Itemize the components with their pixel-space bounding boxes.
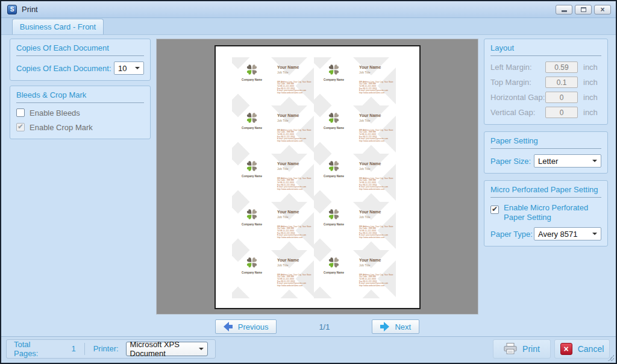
divider (16, 55, 144, 56)
resize-grip[interactable] (608, 355, 614, 361)
chevron-down-icon (135, 67, 140, 69)
clover-logo-icon (245, 111, 258, 125)
diamond-decoration (341, 290, 395, 298)
paper-type-value: Avery 8571 (538, 230, 578, 239)
top-margin-label: Top Margin: (490, 78, 545, 87)
divider (490, 55, 601, 56)
divider (490, 148, 601, 149)
clover-logo-icon (327, 111, 340, 125)
card-job-title: Job Title (359, 71, 395, 74)
tab-business-card-front[interactable]: Business Card - Front (12, 19, 104, 34)
enable-crop-mark-checkbox (16, 123, 25, 131)
card-address: 888 Address Line, Your City, Your StateZ… (277, 81, 313, 94)
paper-type-dropdown[interactable]: Avery 8571 (534, 227, 601, 240)
diamond-decoration (259, 290, 313, 298)
diamond-decoration (259, 145, 313, 154)
diamond-decoration (259, 193, 313, 202)
business-card-preview: Company Name Your Name Job Title 888 Add… (232, 57, 314, 105)
close-button[interactable]: × (594, 5, 611, 14)
card-company-name: Company Name (320, 271, 348, 274)
print-preview-area: Company Name Your Name Job Title 888 Add… (156, 39, 478, 315)
printer-dropdown[interactable]: Microsoft XPS Document (126, 342, 208, 356)
business-card-preview: Company Name Your Name Job Title 888 Add… (314, 202, 396, 250)
clover-logo-icon (327, 256, 340, 269)
card-company-name: Company Name (238, 78, 266, 81)
business-card-preview: Company Name Your Name Job Title 888 Add… (232, 202, 314, 250)
enable-crop-mark-label: Enable Crop Mark (30, 123, 93, 132)
vertical-gap-input (545, 107, 578, 118)
card-your-name: Your Name (277, 209, 313, 214)
card-company-name: Company Name (238, 271, 266, 274)
cancel-x-icon: × (560, 343, 572, 355)
top-margin-unit: inch (583, 78, 601, 87)
business-card-preview: Company Name Your Name Job Title 888 Add… (232, 250, 314, 298)
card-job-title: Job Title (359, 263, 395, 267)
diamond-decoration (314, 287, 349, 298)
copies-dropdown-value: 10 (118, 64, 127, 73)
card-job-title: Job Title (359, 167, 395, 171)
diamond-decoration (232, 94, 268, 105)
enable-bleeds-checkbox[interactable] (16, 108, 25, 117)
bleeds-group: Bleeds & Crop Mark Enable Bleeds Enable … (10, 86, 151, 139)
bottom-bar: Total Pages: 1 Printer: Microsoft XPS Do… (1, 336, 616, 363)
card-company-name: Company Name (238, 175, 266, 178)
diamond-decoration (341, 193, 395, 202)
diamond-decoration (259, 97, 313, 105)
card-job-title: Job Title (277, 263, 313, 267)
top-margin-input (545, 77, 578, 88)
close-icon: × (600, 6, 604, 13)
right-panel: Layout Left Margin: inch Top Margin: inc… (484, 39, 608, 336)
chevron-down-icon (592, 160, 597, 162)
card-company-name: Company Name (238, 223, 266, 226)
diamond-decoration (341, 242, 395, 250)
cancel-button[interactable]: × Cancel (554, 339, 610, 359)
card-your-name: Your Name (359, 113, 395, 118)
diamond-decoration (341, 97, 395, 105)
next-page-button[interactable]: Next (372, 319, 419, 334)
vertical-gap-unit: inch (583, 108, 601, 117)
business-card-preview: Company Name Your Name Job Title 888 Add… (314, 105, 396, 154)
paper-size-dropdown[interactable]: Letter (534, 154, 601, 168)
printer-label: Printer: (93, 344, 119, 353)
card-job-title: Job Title (359, 215, 395, 219)
diamond-decoration (232, 239, 268, 250)
total-pages-value: 1 (72, 344, 76, 353)
paper-size-value: Letter (538, 157, 558, 166)
bleeds-group-title: Bleeds & Crop Mark (16, 90, 144, 102)
minimize-button[interactable] (556, 5, 572, 14)
card-address: 888 Address Line, Your City, Your StateZ… (277, 274, 313, 287)
layout-group-title: Layout (490, 43, 601, 55)
divider (16, 102, 144, 103)
card-address: 888 Address Line, Your City, Your StateZ… (277, 225, 313, 239)
diamond-decoration (341, 145, 395, 154)
maximize-button[interactable] (575, 5, 592, 14)
enable-micro-perforated-checkbox[interactable] (490, 206, 499, 214)
paper-setting-group: Paper Setting Paper Size: Letter (484, 131, 608, 174)
diamond-decoration (232, 287, 268, 298)
card-your-name: Your Name (277, 257, 313, 262)
business-card-preview: Company Name Your Name Job Title 888 Add… (314, 250, 396, 298)
business-card-preview: Company Name Your Name Job Title 888 Add… (314, 154, 396, 202)
card-your-name: Your Name (277, 64, 313, 69)
cancel-button-label: Cancel (578, 344, 604, 354)
previous-page-button[interactable]: Previous (215, 319, 277, 334)
print-button-label: Print (522, 344, 540, 354)
clover-logo-icon (327, 63, 340, 77)
clover-logo-icon (245, 159, 258, 173)
card-your-name: Your Name (359, 257, 395, 262)
left-margin-unit: inch (583, 63, 601, 72)
business-card-preview: Company Name Your Name Job Title 888 Add… (232, 105, 314, 154)
card-job-title: Job Title (277, 119, 313, 122)
card-job-title: Job Title (277, 215, 313, 219)
preview-page: Company Name Your Name Job Title 888 Add… (215, 45, 421, 309)
card-address: 888 Address Line, Your City, Your StateZ… (359, 129, 395, 142)
print-button[interactable]: Print (493, 339, 551, 359)
arrow-left-icon (224, 323, 233, 330)
card-address: 888 Address Line, Your City, Your StateZ… (359, 225, 395, 239)
vertical-gap-label: Vertical Gap: (490, 108, 545, 117)
preview-panel: Company Name Your Name Job Title 888 Add… (156, 39, 478, 336)
divider (490, 197, 601, 198)
arrow-right-icon (380, 323, 389, 330)
copies-label: Copies Of Each Document: (16, 64, 111, 73)
copies-dropdown[interactable]: 10 (114, 61, 144, 75)
